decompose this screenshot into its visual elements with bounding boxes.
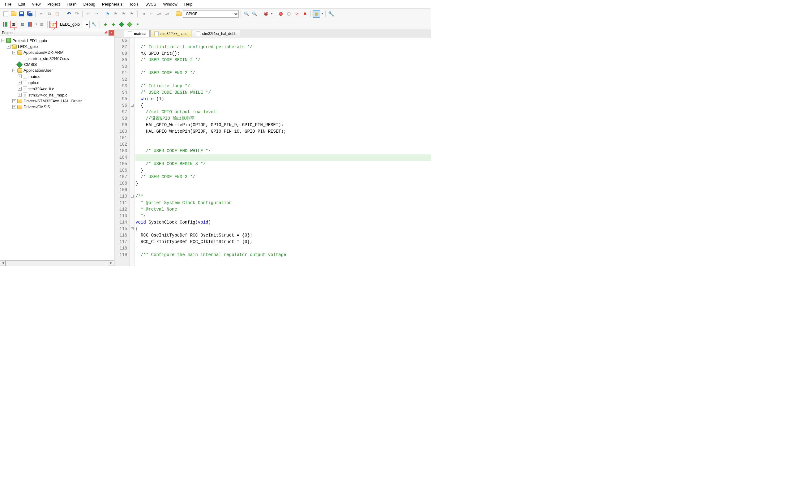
fold-gutter[interactable]: −−− bbox=[130, 37, 135, 266]
undo-button[interactable]: ↶ bbox=[65, 10, 72, 18]
redo-button[interactable]: ↷ bbox=[73, 10, 80, 18]
find-button[interactable]: 🔍 bbox=[243, 10, 250, 18]
panel-pin-button[interactable]: 📌 bbox=[103, 30, 109, 36]
window-layout-button[interactable]: ▦ bbox=[313, 10, 320, 18]
indent-button[interactable]: ⇥ bbox=[139, 10, 147, 18]
save-all-button[interactable] bbox=[26, 10, 33, 18]
menu-item-peripherals[interactable]: Peripherals bbox=[99, 1, 126, 8]
new-file-button[interactable] bbox=[2, 10, 9, 18]
bookmark-clear-button[interactable]: ⚑ bbox=[128, 10, 135, 18]
menu-item-svcs[interactable]: SVCS bbox=[142, 1, 159, 8]
expander-icon[interactable]: + bbox=[18, 93, 22, 97]
expander-icon[interactable]: + bbox=[18, 81, 22, 84]
expander-icon[interactable]: − bbox=[12, 51, 16, 54]
tree-file[interactable]: +gpio.c bbox=[18, 79, 113, 86]
paste-button[interactable]: 📋 bbox=[53, 10, 61, 18]
find-combo[interactable]: GPIOF bbox=[183, 10, 239, 18]
tree-file-label: stm32f4xx_it.c bbox=[28, 87, 54, 91]
breakpoint-insert-button[interactable] bbox=[277, 10, 284, 18]
target-options-button[interactable]: 🔧 bbox=[90, 21, 98, 28]
tree-file[interactable]: +stm32f4xx_hal_msp.c bbox=[18, 92, 113, 98]
project-tree[interactable]: − Project: LED1_gpio − LED1_gpio bbox=[0, 36, 114, 260]
batch-build-button[interactable] bbox=[27, 21, 34, 28]
tree-file[interactable]: +main.c bbox=[18, 73, 113, 79]
target-combo[interactable] bbox=[83, 21, 90, 28]
tree-group-user[interactable]: − Application/User bbox=[12, 67, 113, 73]
code-content[interactable]: /* Initialize all configured peripherals… bbox=[135, 37, 431, 266]
cut-button[interactable]: ✂ bbox=[37, 10, 45, 18]
bookmark-prev-button[interactable]: ⚑ bbox=[112, 10, 119, 18]
select-packs-button[interactable]: ◆ bbox=[110, 21, 117, 28]
target-icon bbox=[12, 45, 17, 49]
panel-close-button[interactable]: ✕ bbox=[109, 30, 114, 36]
tree-file[interactable]: startup_stm32f407xx.s bbox=[18, 55, 113, 62]
expander-icon[interactable]: − bbox=[12, 69, 16, 72]
menu-item-project[interactable]: Project bbox=[44, 1, 63, 8]
editor-tab[interactable]: stm32f4xx_hal.c bbox=[150, 30, 191, 37]
open-file-button[interactable] bbox=[10, 10, 17, 18]
nav-forward-button[interactable]: → bbox=[92, 10, 100, 18]
save-button[interactable] bbox=[18, 10, 25, 18]
diamond-icon bbox=[16, 62, 23, 68]
tree-file-label: main.c bbox=[28, 74, 40, 79]
comment-button[interactable]: //≡ bbox=[156, 10, 163, 18]
outdent-button[interactable]: ⇤ bbox=[147, 10, 155, 18]
menu-item-help[interactable]: Help bbox=[181, 1, 196, 8]
debug-start-button[interactable]: ⓓ bbox=[262, 10, 270, 18]
tree-root[interactable]: − Project: LED1_gpio bbox=[1, 37, 113, 44]
fold-toggle[interactable]: − bbox=[131, 227, 134, 230]
expander-icon[interactable]: + bbox=[18, 75, 22, 78]
bookmark-toggle-button[interactable]: ⚑ bbox=[104, 10, 111, 18]
scroll-right-button[interactable]: ► bbox=[109, 261, 114, 266]
panel-hscroll[interactable]: ◄ ► bbox=[0, 260, 114, 266]
expander-icon[interactable]: − bbox=[7, 45, 11, 49]
file-icon bbox=[23, 86, 27, 91]
menu-item-edit[interactable]: Edit bbox=[15, 1, 28, 8]
file-icon bbox=[154, 31, 159, 36]
rebuild-button[interactable]: ▦ bbox=[19, 21, 26, 28]
menu-item-flash[interactable]: Flash bbox=[64, 1, 80, 8]
expander-icon[interactable]: + bbox=[12, 99, 16, 103]
tree-group-drvcmsis[interactable]: + Drivers/CMSIS bbox=[12, 104, 113, 110]
books-button[interactable]: ✦ bbox=[134, 21, 141, 28]
file-icon bbox=[196, 31, 200, 36]
pack-installer-2-button[interactable] bbox=[126, 21, 133, 28]
breakpoint-disable-all-button[interactable]: ⊘ bbox=[293, 10, 301, 18]
scroll-left-button[interactable]: ◄ bbox=[0, 261, 6, 266]
fold-toggle[interactable]: − bbox=[131, 104, 134, 107]
tree-group-mdk[interactable]: − Application/MDK-ARM bbox=[12, 49, 113, 55]
menu-item-window[interactable]: Window bbox=[160, 1, 180, 8]
expander-icon[interactable]: − bbox=[1, 39, 5, 42]
tree-file-label: gpio.c bbox=[28, 80, 39, 85]
fold-toggle[interactable]: − bbox=[131, 195, 134, 198]
manage-rt-env-button[interactable]: ◆ bbox=[102, 21, 109, 28]
expander-icon[interactable]: + bbox=[12, 105, 16, 109]
configure-button[interactable]: 🔧 bbox=[327, 10, 335, 18]
editor-tab[interactable]: main.c bbox=[124, 30, 150, 37]
uncomment-button[interactable]: //≡ bbox=[164, 10, 171, 18]
bookmark-next-button[interactable]: ⚑ bbox=[120, 10, 127, 18]
menu-item-tools[interactable]: Tools bbox=[126, 1, 142, 8]
code-editor[interactable]: 8687888990919293949596979899100101102103… bbox=[114, 37, 431, 266]
nav-back-button[interactable]: ← bbox=[84, 10, 92, 18]
find-in-files-button[interactable] bbox=[175, 10, 182, 18]
file-icon bbox=[23, 92, 27, 97]
pack-installer-button[interactable] bbox=[118, 21, 125, 28]
stop-build-button[interactable]: ▦ bbox=[38, 21, 45, 28]
translate-button[interactable] bbox=[2, 21, 9, 28]
editor-tab[interactable]: stm32f4xx_hal_def.h bbox=[192, 30, 241, 37]
menu-item-view[interactable]: View bbox=[29, 1, 44, 8]
file-icon bbox=[23, 80, 27, 85]
breakpoint-kill-all-button[interactable]: ✖ bbox=[301, 10, 309, 18]
menubar: FileEditViewProjectFlashDebugPeripherals… bbox=[0, 0, 431, 8]
tree-file[interactable]: +stm32f4xx_it.c bbox=[18, 86, 113, 92]
menu-item-file[interactable]: File bbox=[2, 1, 15, 8]
copy-button[interactable]: ⧉ bbox=[45, 10, 53, 18]
tree-group-cmsis[interactable]: CMSIS bbox=[12, 62, 113, 67]
menu-item-debug[interactable]: Debug bbox=[80, 1, 98, 8]
tree-group-hal[interactable]: + Drivers/STM32F4xx_HAL_Driver bbox=[12, 98, 113, 104]
incremental-find-button[interactable]: 🔍 bbox=[251, 10, 258, 18]
breakpoint-enable-button[interactable] bbox=[285, 10, 293, 18]
expander-icon[interactable]: + bbox=[18, 87, 22, 91]
tree-build-target[interactable]: − LED1_gpio bbox=[7, 44, 113, 49]
